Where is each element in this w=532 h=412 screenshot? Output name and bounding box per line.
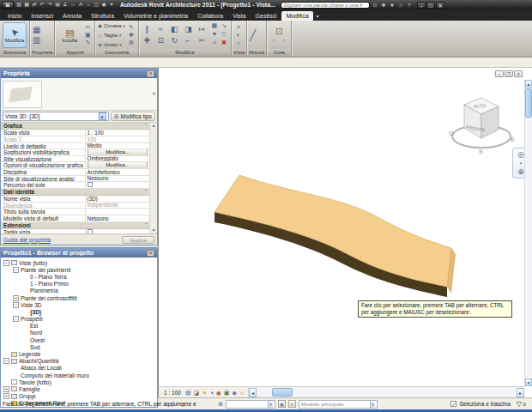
- drawing-area[interactable]: O S E ALTO FRONTE ◎ ▾ ⊕ Fare clic per se…: [159, 68, 532, 397]
- tree-item[interactable]: Viste 3D: [1, 301, 157, 308]
- press-drag-checkbox[interactable]: [450, 401, 456, 407]
- close-icon[interactable]: [147, 250, 154, 257]
- modify-small-tool-icon[interactable]: ▼: [210, 31, 219, 39]
- properties-scrollbar[interactable]: ▲ ▼: [149, 123, 157, 233]
- tree-item[interactable]: Abachi/Quantità: [1, 358, 157, 365]
- modify-small-tool-icon[interactable]: ↘: [220, 22, 228, 30]
- qat-icon[interactable]: ↔: [70, 1, 76, 9]
- mass-form-top-face[interactable]: [215, 175, 451, 287]
- property-value[interactable]: 1 : 100: [86, 130, 149, 136]
- design-options-edit-icon[interactable]: ✎: [288, 400, 296, 408]
- qat-icon[interactable]: ◉: [100, 1, 107, 9]
- panel-label[interactable]: Geometria: [95, 49, 137, 57]
- ribbon-state-toggle-icon[interactable]: ▾: [314, 11, 322, 21]
- geometry-tool[interactable]: ◆ Cimasa ▾: [98, 21, 124, 29]
- panel-label[interactable]: Seleziona: [0, 49, 29, 57]
- create-tool-icon[interactable]: ▫: [269, 37, 278, 44]
- infocenter-icon[interactable]: ✚: [380, 2, 387, 8]
- tree-item[interactable]: Piante dei controsoffitti: [1, 294, 157, 301]
- tree-expander-icon[interactable]: [22, 344, 28, 350]
- worksets-icon[interactable]: ⊕: [218, 401, 223, 408]
- panel-label[interactable]: Proprietà: [30, 49, 54, 57]
- property-value[interactable]: {3D}: [86, 196, 149, 202]
- tree-item[interactable]: Prospetti: [1, 316, 157, 323]
- tree-item[interactable]: Viste (tutto): [1, 259, 157, 266]
- property-value[interactable]: Medio: [86, 143, 149, 149]
- apply-button[interactable]: Applica: [122, 236, 154, 244]
- tree-item[interactable]: Sud: [1, 343, 157, 350]
- zoom-icon[interactable]: ⊕: [517, 167, 524, 176]
- scrollbar-thumb[interactable]: [525, 88, 532, 118]
- checkbox[interactable]: [88, 182, 93, 187]
- tree-item[interactable]: Planimetria: [1, 288, 157, 294]
- modify-button[interactable]: ➤ Modifica: [3, 22, 27, 48]
- modify-tool-icon[interactable]: ⌐: [183, 36, 194, 45]
- tree-expander-icon[interactable]: [3, 393, 9, 399]
- scrollbar-thumb[interactable]: [272, 388, 293, 397]
- vertical-scrollbar[interactable]: ▲ ▼: [524, 80, 532, 386]
- qat-icon[interactable]: ∡: [62, 1, 69, 9]
- qat-icon[interactable]: ▦: [23, 1, 30, 9]
- horizontal-scrollbar[interactable]: ◄ ►: [248, 387, 524, 397]
- tree-item[interactable]: 1 - Piano Primo: [1, 281, 157, 288]
- measure-tool-icon[interactable]: ╱: [250, 29, 256, 41]
- chevron-down-icon[interactable]: [370, 401, 375, 408]
- panel-label[interactable]: Appunti: [55, 49, 94, 57]
- qat-icon[interactable]: ▤: [54, 1, 61, 9]
- type-selector[interactable]: Vista 3D: {3D}: [3, 112, 109, 121]
- qat-icon[interactable]: ↶: [39, 1, 45, 9]
- clipboard-tool-icon[interactable]: ✎: [83, 39, 92, 46]
- window-button[interactable]: ✕: [436, 2, 444, 9]
- paste-button[interactable]: ▤ Incolla: [57, 22, 82, 48]
- tree-expander-icon[interactable]: [13, 373, 19, 379]
- tree-item[interactable]: {3D}: [1, 308, 157, 315]
- view-control-icon[interactable]: ◉: [216, 388, 221, 397]
- panel-label[interactable]: Crea: [267, 49, 291, 57]
- chevron-down-icon[interactable]: ▾: [153, 90, 155, 96]
- minimize-icon[interactable]: −: [495, 70, 504, 77]
- properties-help-link[interactable]: Guida alle proprietà: [3, 237, 118, 243]
- chevron-down-icon[interactable]: [99, 112, 106, 120]
- scale-button[interactable]: 1 : 100: [162, 390, 183, 396]
- viewcube[interactable]: O S E ALTO FRONTE: [442, 82, 521, 164]
- create-tool-icon[interactable]: ▫: [280, 37, 288, 44]
- scroll-up-icon[interactable]: ▲: [525, 80, 532, 88]
- tree-expander-icon[interactable]: [3, 386, 9, 392]
- infocenter-icon[interactable]: ★: [389, 2, 396, 8]
- property-value[interactable]: Modifica...: [86, 149, 149, 155]
- tree-item[interactable]: 0 - Piano Terra: [1, 273, 157, 280]
- tree-item[interactable]: Abaco dei Locali: [1, 365, 157, 372]
- tree-item[interactable]: Piante dei pavimenti: [1, 266, 157, 273]
- modify-small-tool-icon[interactable]: ▦: [210, 22, 219, 30]
- restore-icon[interactable]: ❒: [505, 70, 513, 77]
- modify-tool-icon[interactable]: ⊡: [155, 36, 166, 45]
- tree-item[interactable]: Nord: [1, 330, 157, 336]
- property-value[interactable]: Nessuno: [86, 176, 149, 182]
- panel-label[interactable]: Vista: [232, 49, 246, 57]
- tree-expander-icon[interactable]: [22, 281, 28, 287]
- edit-button[interactable]: Modifica...: [88, 162, 148, 168]
- ribbon-tab[interactable]: Vista: [228, 11, 250, 21]
- qat-icon[interactable]: ◫: [93, 1, 100, 9]
- view-control-icon[interactable]: ◈: [232, 388, 236, 397]
- create-group-icon[interactable]: ⊡: [275, 27, 282, 36]
- infocenter-icon[interactable]: ☆: [397, 2, 404, 8]
- view-control-icon[interactable]: ▤: [185, 388, 191, 397]
- modify-tool-icon[interactable]: ◧: [169, 25, 180, 34]
- tree-item[interactable]: Gruppi: [1, 393, 157, 400]
- modify-tool-icon[interactable]: ✚: [142, 36, 153, 45]
- ribbon-tab[interactable]: Struttura: [87, 11, 118, 21]
- modify-tool-icon[interactable]: ≈: [155, 25, 166, 34]
- view-tool-icon[interactable]: ☼: [234, 39, 243, 46]
- ribbon-tab[interactable]: Annota: [58, 11, 86, 21]
- window-button[interactable]: −: [417, 2, 426, 9]
- scroll-up-icon[interactable]: ▲: [152, 123, 156, 129]
- ribbon-tab[interactable]: Inserisci: [27, 11, 57, 21]
- geometry-side-icon[interactable]: ✎: [127, 24, 136, 31]
- property-value[interactable]: 100: [86, 136, 149, 142]
- properties-icon[interactable]: ▦: [33, 25, 40, 34]
- property-value[interactable]: Nessuno: [86, 215, 149, 221]
- compass-west-label[interactable]: O: [449, 130, 454, 136]
- modify-tool-icon[interactable]: ↦: [196, 25, 208, 34]
- tree-item[interactable]: Legende: [1, 350, 157, 357]
